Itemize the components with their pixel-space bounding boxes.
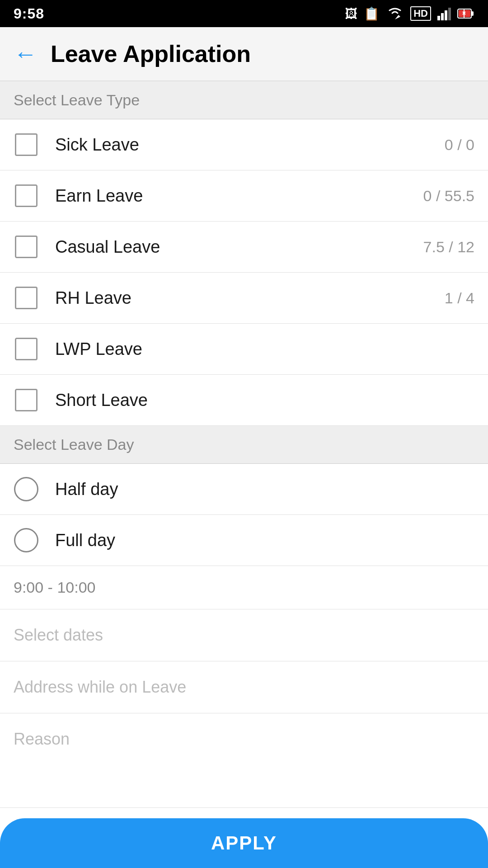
wifi-icon bbox=[386, 7, 404, 20]
lwp-leave-checkbox-container[interactable] bbox=[14, 336, 39, 362]
status-icons: 🖼 📋 HD bbox=[345, 6, 474, 21]
svg-rect-6 bbox=[471, 11, 474, 16]
svg-marker-0 bbox=[395, 15, 400, 19]
sick-leave-label: Sick Leave bbox=[55, 135, 445, 155]
svg-rect-3 bbox=[445, 10, 447, 20]
address-placeholder: Address while on Leave bbox=[14, 678, 186, 696]
apply-button-label: APPLY bbox=[211, 832, 277, 854]
status-time: 9:58 bbox=[14, 5, 44, 22]
leave-type-list: Sick Leave 0 / 0 Earn Leave 0 / 55.5 Cas… bbox=[0, 119, 488, 426]
full-day-label: Full day bbox=[55, 531, 474, 550]
list-item: Casual Leave 7.5 / 12 bbox=[0, 222, 488, 273]
signal-icon bbox=[437, 7, 451, 20]
rh-leave-checkbox-container[interactable] bbox=[14, 285, 39, 311]
lwp-leave-label: LWP Leave bbox=[55, 340, 474, 359]
time-range-value: 9:00 - 10:00 bbox=[14, 579, 95, 596]
half-day-radio[interactable] bbox=[14, 477, 38, 501]
earn-leave-count: 0 / 55.5 bbox=[423, 187, 474, 205]
list-item: Full day bbox=[0, 515, 488, 566]
photo-icon: 🖼 bbox=[345, 6, 357, 21]
list-item: LWP Leave bbox=[0, 324, 488, 375]
apply-button[interactable]: APPLY bbox=[0, 818, 488, 868]
full-day-radio[interactable] bbox=[14, 528, 38, 552]
rh-leave-checkbox[interactable] bbox=[15, 287, 38, 309]
svg-rect-2 bbox=[441, 13, 444, 20]
list-item: Half day bbox=[0, 464, 488, 515]
casual-leave-checkbox[interactable] bbox=[15, 236, 38, 258]
short-leave-checkbox-container[interactable] bbox=[14, 387, 39, 413]
leave-type-label: Select Leave Type bbox=[14, 91, 140, 108]
casual-leave-label: Casual Leave bbox=[55, 237, 423, 257]
short-leave-checkbox[interactable] bbox=[15, 389, 38, 411]
short-leave-label: Short Leave bbox=[55, 391, 474, 410]
time-range: 9:00 - 10:00 bbox=[0, 566, 488, 609]
leave-day-label: Select Leave Day bbox=[14, 436, 134, 453]
casual-leave-count: 7.5 / 12 bbox=[423, 238, 474, 256]
document-icon: 📋 bbox=[364, 6, 380, 21]
list-item: Sick Leave 0 / 0 bbox=[0, 119, 488, 170]
casual-leave-checkbox-container[interactable] bbox=[14, 234, 39, 259]
earn-leave-label: Earn Leave bbox=[55, 186, 423, 206]
battery-icon bbox=[457, 7, 474, 20]
list-item: Short Leave bbox=[0, 375, 488, 426]
reason-field[interactable]: Reason bbox=[0, 713, 488, 808]
leave-type-section-header: Select Leave Type bbox=[0, 81, 488, 119]
svg-rect-4 bbox=[448, 8, 451, 20]
leave-day-list: Half day Full day bbox=[0, 464, 488, 566]
page-title: Leave Application bbox=[51, 40, 251, 67]
status-bar: 9:58 🖼 📋 HD bbox=[0, 0, 488, 27]
sick-leave-count: 0 / 0 bbox=[445, 136, 474, 154]
svg-rect-1 bbox=[437, 16, 440, 20]
list-item: RH Leave 1 / 4 bbox=[0, 273, 488, 324]
rh-leave-label: RH Leave bbox=[55, 288, 445, 308]
list-item: Earn Leave 0 / 55.5 bbox=[0, 170, 488, 222]
address-field[interactable]: Address while on Leave bbox=[0, 661, 488, 713]
half-day-label: Half day bbox=[55, 480, 474, 499]
leave-day-section-header: Select Leave Day bbox=[0, 426, 488, 464]
select-dates-field[interactable]: Select dates bbox=[0, 609, 488, 661]
earn-leave-checkbox-container[interactable] bbox=[14, 183, 39, 208]
half-day-radio-container[interactable] bbox=[14, 476, 39, 502]
header: ← Leave Application bbox=[0, 27, 488, 81]
earn-leave-checkbox[interactable] bbox=[15, 184, 38, 207]
lwp-leave-checkbox[interactable] bbox=[15, 338, 38, 360]
sick-leave-checkbox[interactable] bbox=[15, 133, 38, 156]
rh-leave-count: 1 / 4 bbox=[445, 289, 474, 307]
back-button[interactable]: ← bbox=[14, 42, 37, 66]
hd-badge: HD bbox=[410, 6, 431, 21]
sick-leave-checkbox-container[interactable] bbox=[14, 132, 39, 157]
select-dates-placeholder: Select dates bbox=[14, 626, 103, 644]
reason-placeholder: Reason bbox=[14, 730, 70, 748]
full-day-radio-container[interactable] bbox=[14, 528, 39, 553]
